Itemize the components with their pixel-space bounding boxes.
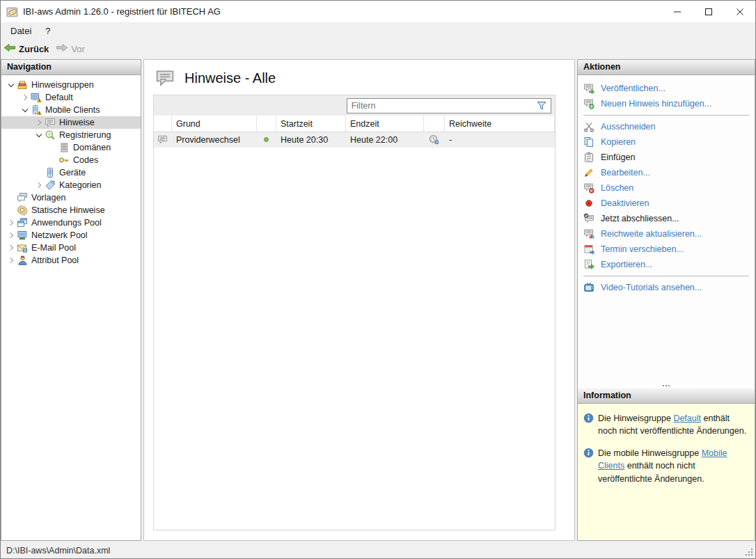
minimize-button[interactable] [661, 1, 693, 22]
action-l-schen[interactable]: Löschen [583, 180, 755, 196]
edit-icon [583, 167, 594, 178]
add-notice-icon [583, 98, 594, 109]
panel-splitter[interactable] [578, 382, 755, 388]
chevron-right-icon[interactable] [19, 92, 31, 103]
column-header-grund[interactable]: Grund [172, 116, 257, 132]
sidebar-item-hinweisgruppen[interactable]: Hinweisgruppen [1, 79, 141, 91]
action-kopieren[interactable]: Kopieren [583, 134, 755, 150]
chevron-down-icon[interactable] [19, 104, 31, 116]
chevron-down-icon[interactable] [33, 129, 45, 141]
sidebar-item-label: Vorlagen [31, 193, 65, 203]
resize-grip-icon[interactable] [745, 548, 754, 557]
column-header-reichweite[interactable]: Reichweite [445, 116, 555, 132]
info-icon [583, 448, 594, 458]
codes-icon [58, 155, 70, 166]
action-exportieren[interactable]: Exportieren... [583, 257, 755, 272]
sidebar-item-label: Netzwerk Pool [31, 230, 88, 240]
chevron-right-icon[interactable] [6, 230, 17, 241]
action-video-tutorials-ansehen[interactable]: Video-Tutorials ansehen... [583, 280, 755, 295]
sidebar-item-label: Geräte [59, 168, 86, 178]
status-file-path: D:\IBI-aws\Admin\Data.xml [6, 546, 110, 556]
menu-bar: Datei ? [1, 22, 755, 40]
sidebar-item-ger-te[interactable]: Geräte [1, 166, 141, 179]
close-button[interactable] [724, 1, 755, 22]
window-title: IBI-aws Admin 1.26.0 - registriert für I… [23, 6, 221, 17]
sidebar-item-dom-nen[interactable]: Domänen [1, 141, 141, 154]
sidebar-item-kategorien[interactable]: Kategorien [1, 179, 141, 191]
sidebar-item-mobile-clients[interactable]: Mobile Clients [1, 104, 141, 116]
menu-datei[interactable]: Datei [3, 24, 38, 38]
action-label: Video-Tutorials ansehen... [601, 283, 702, 292]
column-header-startzeit[interactable]: Startzeit [276, 116, 346, 132]
column-header-endzeit[interactable]: Endzeit [346, 116, 424, 132]
sidebar-item-registrierung[interactable]: Registrierung [1, 129, 141, 141]
sidebar-item-label: Codes [73, 155, 98, 165]
action-einf-gen: Einfügen [583, 150, 755, 165]
workspace: Navigation HinweisgruppenDefaultMobile C… [1, 58, 755, 542]
info-link-mobile-clients[interactable]: Mobile Clients [598, 448, 727, 471]
app-icon [6, 6, 19, 18]
sidebar-item-hinweise[interactable]: Hinweise [1, 116, 141, 129]
info-notice: Die mobile Hinweisgruppe Mobile Clients … [583, 447, 749, 485]
sidebar-item-e-mail-pool[interactable]: E-Mail Pool [1, 242, 141, 254]
maximize-button[interactable] [693, 1, 724, 22]
sidebar-item-label: Hinweisgruppen [31, 80, 94, 90]
table-cell [257, 132, 276, 148]
table-row[interactable]: ProviderwechselHeute 20:30Heute 22:00- [154, 132, 555, 148]
table-cell [154, 132, 172, 148]
copy-icon [583, 136, 594, 148]
action-bearbeiten[interactable]: Bearbeiten... [583, 165, 755, 180]
info-notice: Die Hinweisgruppe Default enthält noch n… [583, 412, 749, 437]
column-header-icon[interactable] [154, 116, 172, 132]
sidebar-item-default[interactable]: Default [1, 91, 141, 104]
action-termin-verschieben[interactable]: Termin verschieben... [583, 242, 755, 257]
action-ausschneiden[interactable]: Ausschneiden [583, 119, 755, 134]
sidebar-item-label: Attribut Pool [31, 255, 79, 265]
static-notices-icon [17, 205, 28, 216]
action-neuen-hinweis-hinzuf-gen[interactable]: Neuen Hinweis hinzufügen... [583, 96, 755, 111]
sidebar-item-vorlagen[interactable]: Vorlagen [1, 191, 141, 204]
chevron-right-icon[interactable] [6, 217, 17, 228]
cut-icon [583, 121, 594, 132]
action-reichweite-aktualisieren[interactable]: Reichweite aktualisieren... [583, 226, 755, 242]
information-section: Information Die Hinweisgruppe Default en… [578, 388, 755, 540]
action-label: Termin verschieben... [601, 244, 684, 254]
scope-clock-icon [429, 134, 440, 145]
chevron-spacer [6, 205, 17, 216]
sidebar-item-label: Hinweise [59, 118, 95, 127]
paste-icon [583, 152, 594, 163]
action-deaktivieren[interactable]: Deaktivieren [583, 196, 755, 211]
chevron-down-icon[interactable] [6, 79, 17, 90]
notices-title-icon [154, 68, 176, 88]
reschedule-icon [583, 244, 594, 255]
sidebar-item-codes[interactable]: Codes [1, 154, 141, 166]
sidebar-item-label: E-Mail Pool [31, 243, 76, 253]
action-label: Bearbeiten... [601, 168, 650, 178]
filter-bar [154, 95, 555, 116]
column-header-icon[interactable] [424, 116, 445, 132]
forward-button[interactable]: Vor [56, 42, 85, 55]
chevron-right-icon[interactable] [33, 117, 45, 128]
app-window: IBI-aws Admin 1.26.0 - registriert für I… [0, 0, 756, 559]
column-header-icon[interactable] [257, 116, 276, 132]
sidebar-item-netzwerk-pool[interactable]: Netzwerk Pool [1, 229, 141, 242]
sidebar-item-statische-hinweise[interactable]: Statische Hinweise [1, 204, 141, 216]
filter-input[interactable] [347, 101, 536, 111]
filter-field[interactable] [347, 98, 551, 113]
back-arrow-icon [3, 42, 16, 55]
sidebar-item-anwendungs-pool[interactable]: Anwendungs Pool [1, 216, 141, 229]
sidebar-item-label: Kategorien [59, 180, 101, 190]
table-body: ProviderwechselHeute 20:30Heute 22:00- [154, 132, 555, 148]
forward-arrow-icon [56, 42, 68, 55]
chevron-right-icon[interactable] [33, 180, 45, 191]
back-button[interactable]: Zurück [3, 42, 49, 55]
info-link-default[interactable]: Default [673, 414, 701, 423]
information-body: Die Hinweisgruppe Default enthält noch n… [578, 404, 755, 540]
action-ver-ffentlichen[interactable]: Veröffentlichen... [583, 81, 755, 96]
chevron-right-icon[interactable] [6, 242, 17, 253]
sidebar-item-label: Mobile Clients [45, 105, 100, 115]
filter-funnel-icon[interactable] [536, 100, 549, 111]
sidebar-item-attribut-pool[interactable]: Attribut Pool [1, 254, 141, 267]
chevron-right-icon[interactable] [6, 255, 17, 266]
menu-help[interactable]: ? [38, 24, 57, 38]
